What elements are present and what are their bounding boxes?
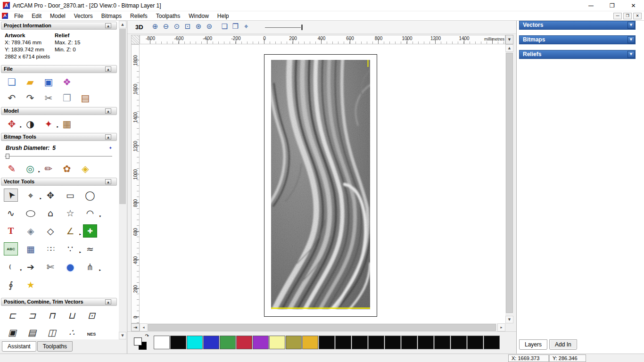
swatch-black-12[interactable] [484, 336, 500, 349]
create-circle-icon[interactable]: ◯ [83, 189, 97, 202]
magnify-tool-icon[interactable]: ⌖ [241, 22, 252, 33]
model-collapse-button[interactable]: ▲ [105, 108, 111, 114]
foreground-background-selector[interactable]: ↷ [134, 335, 149, 350]
node-editing-icon[interactable]: ⌖▸ [24, 189, 38, 202]
relief-from-image-icon[interactable]: ✦▸ [42, 118, 55, 130]
foreground-colour-swatch[interactable] [134, 337, 142, 346]
create-polygon-icon[interactable]: ⌂ [43, 206, 58, 220]
paste-vector-icon[interactable]: ✚ [83, 224, 97, 238]
close-button[interactable]: ✕ [623, 0, 644, 11]
redo-icon[interactable]: ↷ [24, 92, 36, 104]
horizontal-scroll-thumb[interactable] [148, 324, 496, 331]
swatch-olive[interactable] [286, 336, 302, 349]
swatch-cyan[interactable] [187, 336, 203, 349]
join-vectors-icon[interactable]: ∮ [4, 278, 18, 291]
swatch-black-7[interactable] [401, 336, 417, 349]
position-collapse-button[interactable]: ▲ [105, 299, 111, 304]
trim-vectors-icon[interactable]: ✄ [43, 260, 58, 273]
align-right-icon[interactable]: ⊐ [26, 310, 38, 321]
vertical-scrollbar[interactable]: ▲ ▼ [505, 44, 513, 323]
bitmaps-section-bar[interactable]: Bitmaps ▼ [519, 35, 636, 44]
set-model-size-icon[interactable]: ✥▸ [6, 118, 18, 130]
measure-icon[interactable]: ∠▸ [63, 224, 77, 238]
swatch-pale-yellow[interactable] [269, 336, 285, 349]
wrap-text-icon[interactable]: ◈ [24, 224, 38, 238]
scroll-left-icon[interactable]: ◂ [140, 323, 148, 331]
zoom-rectangle-icon[interactable]: ⊡ [182, 22, 193, 33]
open-model-icon[interactable]: ▰ [24, 76, 36, 88]
vertical-scroll-thumb[interactable] [506, 53, 513, 313]
make-grid-icon[interactable]: ▦ [24, 242, 38, 255]
create-rectangle-icon[interactable]: ▭ [63, 189, 77, 202]
swatch-red[interactable] [236, 336, 252, 349]
wrap-star-icon[interactable]: ★ [24, 278, 38, 291]
combine-vectors-icon[interactable]: ▣ [7, 327, 18, 338]
nesting-icon[interactable]: NES [86, 327, 97, 338]
new-model-icon[interactable]: ❏ [6, 76, 18, 88]
fit-curve-icon[interactable]: ≈ [83, 242, 97, 255]
paste-along-curve-icon[interactable]: ∵▸ [63, 242, 77, 255]
paste-array-icon[interactable]: ▤ [26, 327, 38, 338]
bitmaps-dropdown-button[interactable]: ▼ [627, 36, 635, 43]
menu-reliefs[interactable]: Reliefs [126, 12, 152, 20]
menu-edit[interactable]: Edit [27, 12, 46, 20]
copy-icon[interactable]: ❐ [61, 92, 73, 104]
align-bottom-icon[interactable]: ⊔ [66, 310, 77, 321]
create-text-icon[interactable]: T [4, 224, 18, 238]
scroll-up-icon[interactable]: ▲ [119, 21, 126, 28]
paste-icon[interactable]: ▤ [79, 92, 91, 104]
assistant-scroll-thumb[interactable] [119, 29, 126, 204]
menu-help[interactable]: Help [213, 12, 233, 20]
flood-fill-icon[interactable]: ◈ [79, 163, 91, 175]
view-3d-button[interactable]: 3D [133, 23, 146, 32]
swatch-white[interactable] [154, 336, 170, 349]
select-vectors-icon[interactable]: ➤ [4, 189, 18, 202]
adjust-model-icon[interactable]: ◑ [24, 118, 36, 130]
swatch-black-2[interactable] [319, 336, 335, 349]
zoom-out-icon[interactable]: ⊖ [161, 22, 172, 33]
canvas-2d-view[interactable] [140, 44, 505, 323]
file-collapse-button[interactable]: ▲ [105, 66, 111, 72]
menu-model[interactable]: Model [46, 12, 70, 20]
restore-button[interactable]: ❐ [602, 0, 623, 11]
scatter-copies-icon[interactable]: ∴ [66, 327, 77, 338]
draw-icon[interactable]: ◎▸ [24, 163, 36, 175]
swatch-green[interactable] [220, 336, 236, 349]
swap-colours-icon[interactable]: ↷ [145, 333, 149, 338]
horizontal-scrollbar[interactable]: ◂ ▸ [140, 323, 505, 331]
swatch-black-11[interactable] [467, 336, 483, 349]
load-bitmap-icon[interactable]: ▦ [61, 118, 73, 130]
save-model-as-icon[interactable]: ❖ [61, 76, 73, 88]
swatch-black-5[interactable] [368, 336, 384, 349]
swatch-black-6[interactable] [385, 336, 401, 349]
undo-icon[interactable]: ↶ [6, 92, 18, 104]
zoom-previous-icon[interactable]: ⊙ [172, 22, 182, 33]
tab-assistant[interactable]: Assistant [2, 341, 36, 352]
zoom-objects-icon[interactable]: ⊜ [204, 22, 215, 33]
tab-toolpaths[interactable]: Toolpaths [37, 341, 73, 352]
reliefs-section-bar[interactable]: Reliefs ▼ [519, 50, 636, 59]
block-copy-icon[interactable]: ∷∷ [43, 242, 58, 255]
child-close-button[interactable]: ✕ [633, 13, 642, 19]
scroll-up-icon[interactable]: ▲ [505, 44, 513, 52]
model-page[interactable] [264, 54, 377, 317]
paint-icon[interactable]: ✎ [6, 163, 18, 175]
vector-collapse-button[interactable]: ▲ [105, 179, 111, 184]
swatch-black[interactable] [170, 336, 186, 349]
text-block-icon[interactable]: ABC [4, 242, 18, 255]
assistant-scrollbar[interactable]: ▲ ▼ [119, 21, 126, 339]
create-ellipse-icon[interactable]: ◯ [24, 206, 38, 220]
toolbar-slider[interactable] [265, 24, 305, 31]
project-collapse-button[interactable]: ▲ [105, 23, 111, 28]
snapshot-back-icon[interactable]: ❏ [219, 22, 230, 33]
vectors-section-bar[interactable]: Vectors ▼ [519, 21, 636, 30]
create-arc-icon[interactable]: ◠▾ [83, 206, 97, 220]
minimize-button[interactable]: — [580, 0, 602, 11]
tab-layers[interactable]: Layers [519, 339, 547, 350]
mirror-vectors-icon[interactable]: ◫ [46, 327, 58, 338]
swatch-black-4[interactable] [352, 336, 368, 349]
door-relief-bitmap[interactable] [271, 60, 370, 309]
fillet-tool-icon[interactable]: ⋔▸ [83, 260, 97, 273]
brush-diameter-slider[interactable] [5, 152, 112, 160]
menu-vectors[interactable]: Vectors [70, 12, 97, 20]
